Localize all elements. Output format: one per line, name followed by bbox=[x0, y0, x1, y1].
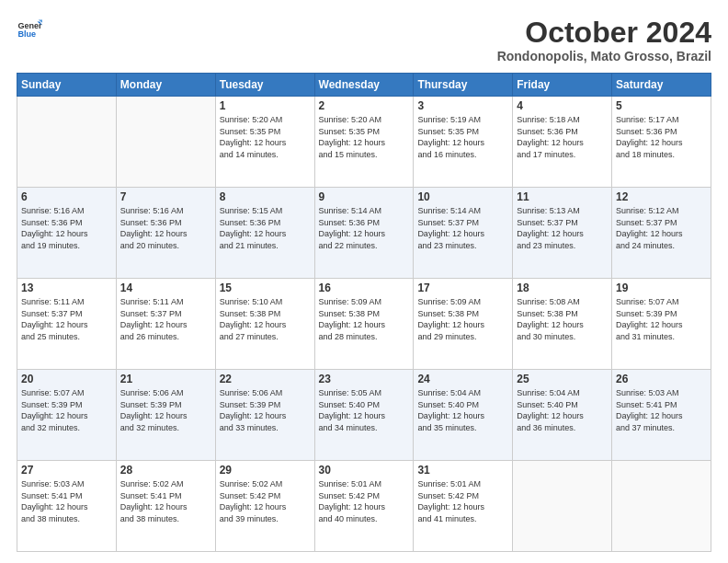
calendar-cell: 20Sunrise: 5:07 AM Sunset: 5:39 PM Dayli… bbox=[17, 370, 117, 461]
day-number: 3 bbox=[417, 99, 508, 112]
calendar-cell: 8Sunrise: 5:15 AM Sunset: 5:36 PM Daylig… bbox=[215, 188, 314, 279]
title-block: October 2024 Rondonopolis, Mato Grosso, … bbox=[497, 17, 711, 63]
calendar-cell: 31Sunrise: 5:01 AM Sunset: 5:42 PM Dayli… bbox=[414, 461, 513, 552]
day-info: Sunrise: 5:19 AM Sunset: 5:35 PM Dayligh… bbox=[417, 114, 508, 160]
day-number: 11 bbox=[517, 190, 608, 203]
day-number: 22 bbox=[220, 373, 311, 385]
calendar-cell: 12Sunrise: 5:12 AM Sunset: 5:37 PM Dayli… bbox=[612, 188, 711, 279]
day-info: Sunrise: 5:16 AM Sunset: 5:36 PM Dayligh… bbox=[21, 205, 112, 251]
day-number: 21 bbox=[120, 373, 211, 385]
weekday-header-monday: Monday bbox=[116, 74, 215, 97]
day-info: Sunrise: 5:16 AM Sunset: 5:36 PM Dayligh… bbox=[120, 205, 211, 251]
day-info: Sunrise: 5:03 AM Sunset: 5:41 PM Dayligh… bbox=[616, 387, 707, 433]
calendar-cell: 30Sunrise: 5:01 AM Sunset: 5:42 PM Dayli… bbox=[314, 461, 414, 552]
calendar-cell: 4Sunrise: 5:18 AM Sunset: 5:36 PM Daylig… bbox=[513, 97, 612, 188]
calendar-cell: 16Sunrise: 5:09 AM Sunset: 5:38 PM Dayli… bbox=[314, 279, 414, 370]
day-number: 30 bbox=[319, 464, 410, 477]
calendar-cell: 21Sunrise: 5:06 AM Sunset: 5:39 PM Dayli… bbox=[116, 370, 215, 461]
calendar-cell: 19Sunrise: 5:07 AM Sunset: 5:39 PM Dayli… bbox=[612, 279, 711, 370]
day-number: 14 bbox=[120, 282, 211, 294]
day-info: Sunrise: 5:15 AM Sunset: 5:36 PM Dayligh… bbox=[220, 205, 311, 251]
day-number: 20 bbox=[21, 373, 112, 385]
day-info: Sunrise: 5:20 AM Sunset: 5:35 PM Dayligh… bbox=[220, 114, 311, 160]
calendar-cell: 17Sunrise: 5:09 AM Sunset: 5:38 PM Dayli… bbox=[414, 279, 513, 370]
calendar-cell: 23Sunrise: 5:05 AM Sunset: 5:40 PM Dayli… bbox=[314, 370, 414, 461]
calendar-table: SundayMondayTuesdayWednesdayThursdayFrid… bbox=[17, 73, 711, 552]
day-info: Sunrise: 5:14 AM Sunset: 5:36 PM Dayligh… bbox=[319, 205, 410, 251]
calendar-cell: 25Sunrise: 5:04 AM Sunset: 5:40 PM Dayli… bbox=[513, 370, 612, 461]
day-info: Sunrise: 5:18 AM Sunset: 5:36 PM Dayligh… bbox=[517, 114, 608, 160]
header: General Blue October 2024 Rondonopolis, … bbox=[17, 17, 711, 63]
day-number: 16 bbox=[319, 282, 410, 294]
logo-icon: General Blue bbox=[17, 17, 42, 42]
weekday-header-tuesday: Tuesday bbox=[215, 74, 314, 97]
day-info: Sunrise: 5:08 AM Sunset: 5:38 PM Dayligh… bbox=[517, 296, 608, 342]
day-info: Sunrise: 5:11 AM Sunset: 5:37 PM Dayligh… bbox=[21, 296, 112, 342]
calendar-week-row: 27Sunrise: 5:03 AM Sunset: 5:41 PM Dayli… bbox=[17, 461, 711, 552]
calendar-cell: 3Sunrise: 5:19 AM Sunset: 5:35 PM Daylig… bbox=[414, 97, 513, 188]
weekday-header-thursday: Thursday bbox=[414, 74, 513, 97]
day-info: Sunrise: 5:04 AM Sunset: 5:40 PM Dayligh… bbox=[417, 387, 508, 433]
calendar-cell: 10Sunrise: 5:14 AM Sunset: 5:37 PM Dayli… bbox=[414, 188, 513, 279]
day-info: Sunrise: 5:13 AM Sunset: 5:37 PM Dayligh… bbox=[517, 205, 608, 251]
calendar-cell: 9Sunrise: 5:14 AM Sunset: 5:36 PM Daylig… bbox=[314, 188, 414, 279]
weekday-header-wednesday: Wednesday bbox=[314, 74, 414, 97]
weekday-header-friday: Friday bbox=[513, 74, 612, 97]
day-number: 4 bbox=[517, 99, 608, 112]
day-number: 26 bbox=[616, 373, 707, 385]
day-number: 29 bbox=[220, 464, 311, 477]
day-info: Sunrise: 5:07 AM Sunset: 5:39 PM Dayligh… bbox=[616, 296, 707, 342]
calendar-cell bbox=[116, 97, 215, 188]
calendar-cell: 15Sunrise: 5:10 AM Sunset: 5:38 PM Dayli… bbox=[215, 279, 314, 370]
day-number: 15 bbox=[220, 282, 311, 294]
calendar-cell: 14Sunrise: 5:11 AM Sunset: 5:37 PM Dayli… bbox=[116, 279, 215, 370]
logo: General Blue bbox=[17, 17, 42, 42]
day-info: Sunrise: 5:03 AM Sunset: 5:41 PM Dayligh… bbox=[21, 478, 112, 524]
day-number: 18 bbox=[517, 282, 608, 294]
day-number: 27 bbox=[21, 464, 112, 477]
location: Rondonopolis, Mato Grosso, Brazil bbox=[497, 49, 711, 63]
day-number: 7 bbox=[120, 190, 211, 203]
day-info: Sunrise: 5:06 AM Sunset: 5:39 PM Dayligh… bbox=[120, 387, 211, 433]
calendar-body: 1Sunrise: 5:20 AM Sunset: 5:35 PM Daylig… bbox=[17, 97, 711, 552]
day-info: Sunrise: 5:11 AM Sunset: 5:37 PM Dayligh… bbox=[120, 296, 211, 342]
day-number: 1 bbox=[220, 99, 311, 112]
day-info: Sunrise: 5:20 AM Sunset: 5:35 PM Dayligh… bbox=[319, 114, 410, 160]
calendar-cell bbox=[17, 97, 117, 188]
calendar-cell: 1Sunrise: 5:20 AM Sunset: 5:35 PM Daylig… bbox=[215, 97, 314, 188]
calendar-cell: 24Sunrise: 5:04 AM Sunset: 5:40 PM Dayli… bbox=[414, 370, 513, 461]
calendar-week-row: 20Sunrise: 5:07 AM Sunset: 5:39 PM Dayli… bbox=[17, 370, 711, 461]
day-number: 31 bbox=[417, 464, 508, 477]
page: General Blue October 2024 Rondonopolis, … bbox=[0, 0, 728, 563]
calendar-header-row: SundayMondayTuesdayWednesdayThursdayFrid… bbox=[17, 74, 711, 97]
day-number: 24 bbox=[417, 373, 508, 385]
calendar-cell: 18Sunrise: 5:08 AM Sunset: 5:38 PM Dayli… bbox=[513, 279, 612, 370]
day-info: Sunrise: 5:02 AM Sunset: 5:41 PM Dayligh… bbox=[120, 478, 211, 524]
day-info: Sunrise: 5:01 AM Sunset: 5:42 PM Dayligh… bbox=[417, 478, 508, 524]
day-info: Sunrise: 5:09 AM Sunset: 5:38 PM Dayligh… bbox=[319, 296, 410, 342]
calendar-cell: 5Sunrise: 5:17 AM Sunset: 5:36 PM Daylig… bbox=[612, 97, 711, 188]
day-number: 17 bbox=[417, 282, 508, 294]
calendar-cell: 22Sunrise: 5:06 AM Sunset: 5:39 PM Dayli… bbox=[215, 370, 314, 461]
day-info: Sunrise: 5:06 AM Sunset: 5:39 PM Dayligh… bbox=[220, 387, 311, 433]
calendar-cell: 28Sunrise: 5:02 AM Sunset: 5:41 PM Dayli… bbox=[116, 461, 215, 552]
day-info: Sunrise: 5:02 AM Sunset: 5:42 PM Dayligh… bbox=[220, 478, 311, 524]
calendar-cell: 2Sunrise: 5:20 AM Sunset: 5:35 PM Daylig… bbox=[314, 97, 414, 188]
day-number: 28 bbox=[120, 464, 211, 477]
day-number: 12 bbox=[616, 190, 707, 203]
day-number: 10 bbox=[417, 190, 508, 203]
day-number: 9 bbox=[319, 190, 410, 203]
day-info: Sunrise: 5:07 AM Sunset: 5:39 PM Dayligh… bbox=[21, 387, 112, 433]
calendar-cell: 7Sunrise: 5:16 AM Sunset: 5:36 PM Daylig… bbox=[116, 188, 215, 279]
day-number: 5 bbox=[616, 99, 707, 112]
day-number: 23 bbox=[319, 373, 410, 385]
day-number: 8 bbox=[220, 190, 311, 203]
calendar-cell: 27Sunrise: 5:03 AM Sunset: 5:41 PM Dayli… bbox=[17, 461, 117, 552]
calendar-cell: 29Sunrise: 5:02 AM Sunset: 5:42 PM Dayli… bbox=[215, 461, 314, 552]
calendar-week-row: 6Sunrise: 5:16 AM Sunset: 5:36 PM Daylig… bbox=[17, 188, 711, 279]
day-number: 2 bbox=[319, 99, 410, 112]
day-info: Sunrise: 5:01 AM Sunset: 5:42 PM Dayligh… bbox=[319, 478, 410, 524]
day-info: Sunrise: 5:09 AM Sunset: 5:38 PM Dayligh… bbox=[417, 296, 508, 342]
calendar-week-row: 13Sunrise: 5:11 AM Sunset: 5:37 PM Dayli… bbox=[17, 279, 711, 370]
day-number: 6 bbox=[21, 190, 112, 203]
